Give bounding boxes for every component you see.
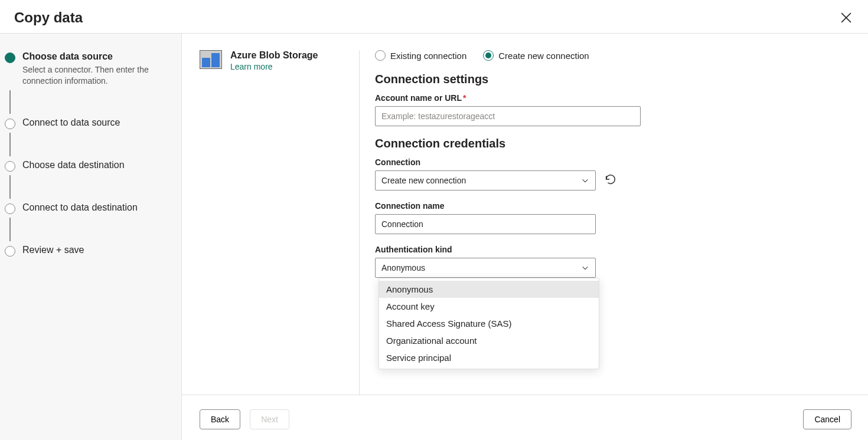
step-connector (9, 175, 11, 199)
chevron-down-icon (581, 176, 589, 185)
learn-more-link[interactable]: Learn more (230, 62, 273, 71)
connection-name-label: Connection name (375, 201, 824, 211)
refresh-icon[interactable] (604, 173, 617, 188)
radio-label: Existing connection (390, 51, 466, 61)
connector-title: Azure Blob Storage (230, 50, 318, 61)
radio-label: Create new connection (498, 51, 589, 61)
step-choose-data-destination[interactable]: Choose data destination (5, 160, 177, 172)
radio-icon (483, 50, 494, 61)
connector-summary: Azure Blob Storage Learn more (200, 50, 359, 395)
section-connection-credentials: Connection credentials (375, 137, 824, 150)
step-indicator-icon (5, 161, 15, 172)
dialog-title: Copy data (14, 9, 83, 26)
auth-kind-select-value: Anonymous (381, 263, 425, 272)
wizard-steps-sidebar: Choose data source Select a connector. T… (0, 34, 182, 440)
radio-create-new-connection[interactable]: Create new connection (483, 50, 589, 61)
step-description: Select a connector. Then enter the conne… (22, 64, 164, 87)
step-indicator-icon (5, 119, 15, 129)
auth-option-account-key[interactable]: Account key (379, 298, 599, 315)
step-indicator-icon (5, 203, 15, 214)
chevron-down-icon (581, 264, 589, 272)
step-connector (9, 218, 11, 241)
section-connection-settings: Connection settings (375, 73, 824, 86)
account-name-label: Account name or URL* (375, 93, 824, 103)
auth-option-organizational-account[interactable]: Organizational account (379, 332, 599, 349)
step-connector (9, 133, 11, 156)
step-review-save[interactable]: Review + save (5, 245, 177, 257)
connection-name-input[interactable] (375, 214, 596, 234)
account-name-input[interactable] (375, 106, 641, 126)
next-button: Next (250, 409, 289, 429)
auth-option-service-principal[interactable]: Service principal (379, 349, 599, 366)
step-title: Connect to data source (22, 117, 177, 128)
connection-label: Connection (375, 157, 824, 167)
dialog-header: Copy data (0, 0, 868, 34)
radio-existing-connection[interactable]: Existing connection (375, 50, 466, 61)
back-button[interactable]: Back (200, 409, 240, 429)
azure-blob-storage-icon (200, 50, 222, 69)
auth-option-anonymous[interactable]: Anonymous (379, 281, 599, 298)
step-connect-to-data-source[interactable]: Connect to data source (5, 117, 177, 129)
vertical-divider (359, 50, 360, 395)
step-choose-data-source[interactable]: Choose data source Select a connector. T… (5, 51, 177, 87)
auth-kind-dropdown: Anonymous Account key Shared Access Sign… (378, 278, 599, 369)
step-title: Review + save (22, 245, 177, 255)
connection-select-value: Create new connection (381, 176, 466, 185)
cancel-button[interactable]: Cancel (803, 409, 851, 429)
auth-kind-label: Authentication kind (375, 245, 824, 254)
close-icon[interactable] (841, 12, 851, 23)
step-indicator-icon (5, 52, 15, 63)
auth-kind-select[interactable]: Anonymous (375, 258, 596, 278)
step-indicator-icon (5, 246, 15, 257)
step-connect-to-data-destination[interactable]: Connect to data destination (5, 202, 177, 214)
dialog-footer: Back Next Cancel (182, 395, 868, 440)
step-title: Choose data source (22, 51, 177, 62)
auth-option-sas[interactable]: Shared Access Signature (SAS) (379, 315, 599, 332)
connection-select[interactable]: Create new connection (375, 170, 596, 191)
step-title: Choose data destination (22, 160, 177, 170)
step-connector (9, 90, 11, 114)
step-title: Connect to data destination (22, 202, 177, 213)
radio-icon (375, 50, 386, 61)
